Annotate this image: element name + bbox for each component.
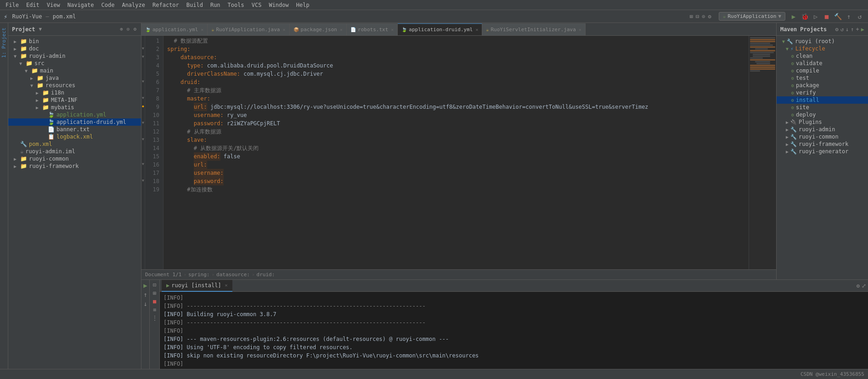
bottom-expand-icon[interactable]: ⤢ — [862, 283, 866, 289]
maven-ruoyi-generator[interactable]: ▶ 🔧 ruoyi-generator — [777, 148, 868, 155]
menu-tools[interactable]: Tools — [224, 1, 248, 9]
bottom-icon2-3[interactable]: ■ — [153, 298, 156, 305]
maven-download-icon[interactable]: ↓ — [845, 26, 849, 33]
tab-close-package[interactable]: ✕ — [340, 27, 343, 32]
project-sync-icon[interactable]: ⊕ — [119, 25, 124, 33]
toolbar-icon-4[interactable]: ⚙ — [708, 13, 711, 20]
run-log[interactable]: [INFO] [INFO] --------------------------… — [160, 292, 868, 369]
menu-analyze[interactable]: Analyze — [118, 1, 149, 9]
maven-upload-icon[interactable]: ↑ — [851, 26, 854, 33]
fold-18[interactable]: ▼ — [142, 178, 144, 183]
tab-package-json[interactable]: 📦 package.json ✕ — [290, 23, 347, 35]
run-config-selector[interactable]: ☕ RuoYiApplication ▼ — [719, 12, 785, 21]
toolbar-icon-1[interactable]: ⊞ — [690, 13, 693, 20]
project-settings-icon[interactable]: ⚙ — [132, 25, 137, 33]
tree-item-ruoyi-admin-iml[interactable]: ☕ ruoyi-admin.iml — [8, 148, 141, 155]
fold-13[interactable]: ▼ — [142, 137, 144, 141]
fold-2[interactable]: ▼ — [142, 46, 144, 50]
maven-compile[interactable]: ⚙ compile — [777, 67, 868, 74]
maven-refresh-icon[interactable]: ↺ — [840, 26, 844, 33]
maven-verify[interactable]: ⚙ verify — [777, 89, 868, 96]
maven-ruoyi-common[interactable]: ▶ 🔧 ruoyi-common — [777, 133, 868, 140]
menu-edit[interactable]: Edit — [23, 1, 43, 9]
tab-close-servlet[interactable]: ✕ — [579, 27, 581, 32]
tree-item-application-druid-yml[interactable]: 🍃 application-druid.yml — [8, 118, 141, 126]
tab-application-yml[interactable]: 🍃 application.yml ✕ — [141, 23, 208, 35]
run-tab-close[interactable]: ✕ — [225, 283, 228, 288]
run-tab-label[interactable]: ▶ ruoyi [install] ✕ — [162, 280, 232, 292]
maven-ruoyi-admin[interactable]: ▶ 🔧 ruoyi-admin — [777, 126, 868, 133]
tree-item-main[interactable]: ▼ 📁 main — [8, 67, 141, 74]
bottom-icon2-5[interactable]: ⋮ — [152, 315, 158, 321]
maven-clean[interactable]: ⚙ clean — [777, 52, 868, 60]
tree-item-pom-xml[interactable]: 🔧 pom.xml — [8, 140, 141, 148]
maven-package[interactable]: ⚙ package — [777, 82, 868, 89]
project-dropdown-icon[interactable]: ▼ — [39, 26, 42, 32]
menu-help[interactable]: Help — [293, 1, 313, 9]
maven-plugins[interactable]: ▶ 🔌 Plugins — [777, 118, 868, 126]
tree-item-src[interactable]: ▼ 📁 src — [8, 60, 141, 67]
maven-deploy[interactable]: ⚙ deploy — [777, 111, 868, 118]
maven-run-icon[interactable]: ▶ — [861, 26, 864, 33]
tab-robots[interactable]: 📄 robots.txt ✕ — [347, 23, 398, 35]
code-content[interactable]: # 数据源配置 spring: datasource: type: com.al… — [163, 36, 749, 269]
bottom-icon2-2[interactable]: ⊞ — [153, 290, 156, 296]
fold-16[interactable]: ▼ — [142, 162, 144, 166]
menu-view[interactable]: View — [43, 1, 64, 9]
run-with-coverage[interactable]: ▷ — [811, 12, 820, 21]
menu-code[interactable]: Code — [98, 1, 118, 9]
tree-item-ruoyi-common[interactable]: ▶ 📁 ruoyi-common — [8, 155, 141, 162]
bottom-icon2-1[interactable]: ⊡ — [153, 282, 156, 288]
maven-ruoyi-framework[interactable]: ▶ 🔧 ruoyi-framework — [777, 140, 868, 148]
tree-item-mybatis[interactable]: ▶ 📁 mybatis — [8, 104, 141, 111]
build-button[interactable]: 🔨 — [833, 12, 842, 21]
maven-test[interactable]: ⚙ test — [777, 74, 868, 82]
maven-install[interactable]: ⚙ install — [777, 96, 868, 104]
tab-servlet-java[interactable]: ☕ RuoYiServletInitializer.java ✕ — [482, 23, 586, 35]
bottom-settings-icon[interactable]: ⚙ — [857, 283, 860, 289]
menu-refactor[interactable]: Refactor — [149, 1, 183, 9]
debug-button[interactable]: 🐞 — [800, 12, 809, 21]
maven-lifecycle[interactable]: ▼ ⚡ Lifecycle — [777, 45, 868, 52]
fold-3[interactable]: ▼ — [142, 55, 144, 59]
tree-item-logback[interactable]: 📋 logback.xml — [8, 133, 141, 140]
fold-6[interactable]: ▼ — [142, 79, 144, 84]
toolbar-icon-3[interactable]: ⊙ — [702, 13, 705, 20]
project-tab[interactable]: 1: Project — [0, 25, 8, 61]
tab-close-robots[interactable]: ✕ — [391, 27, 394, 32]
menu-run[interactable]: Run — [207, 1, 224, 9]
bottom-icon-3[interactable]: ↓ — [143, 300, 147, 307]
tree-item-doc[interactable]: ▶ 📁 doc — [8, 45, 141, 52]
menu-window[interactable]: Window — [265, 1, 292, 9]
bottom-icon-1[interactable]: ▶ — [143, 282, 147, 289]
project-collapse-icon[interactable]: ⊙ — [126, 25, 131, 33]
menu-navigate[interactable]: Navigate — [64, 1, 98, 9]
maven-site[interactable]: ⚙ site — [777, 104, 868, 111]
fold-8[interactable]: ▼ — [142, 96, 144, 100]
update-button[interactable]: ↑ — [844, 12, 853, 21]
tree-item-ruoyi-framework[interactable]: ▶ 📁 ruoyi-framework — [8, 162, 141, 170]
tree-item-banner[interactable]: 📄 banner.txt — [8, 126, 141, 133]
toolbar-icon-2[interactable]: ⊟ — [696, 13, 699, 20]
reload-button[interactable]: ↺ — [855, 12, 864, 21]
tree-item-i18n[interactable]: ▶ 📁 i18n — [8, 89, 141, 96]
fold-11[interactable]: ▼ — [142, 121, 144, 125]
bottom-icon2-4[interactable]: ≡ — [153, 307, 156, 313]
tab-druid-yml[interactable]: 🍃 application-druid.yml ✕ — [398, 23, 482, 35]
menu-build[interactable]: Build — [183, 1, 207, 9]
maven-validate[interactable]: ⚙ validate — [777, 60, 868, 67]
menu-file[interactable]: File — [2, 1, 23, 9]
tree-item-ruoyi-admin[interactable]: ▼ 📁 ruoyi-admin — [8, 52, 141, 60]
tab-close-druid[interactable]: ✕ — [475, 27, 478, 32]
menu-vcs[interactable]: VCS — [248, 1, 265, 9]
maven-add-icon[interactable]: + — [856, 26, 859, 33]
tree-item-java[interactable]: ▶ 📁 java — [8, 74, 141, 82]
maven-settings-icon[interactable]: ⚙ — [835, 26, 839, 33]
stop-button[interactable]: ■ — [822, 12, 831, 21]
tree-item-bin[interactable]: ▶ 📁 bin — [8, 38, 141, 45]
bottom-icon-2[interactable]: ↑ — [143, 291, 147, 298]
tree-item-meta-inf[interactable]: ▶ 📁 META-INF — [8, 96, 141, 104]
tree-item-application-yml[interactable]: 🍃 application.yml — [8, 111, 141, 118]
tab-close-app-yml[interactable]: ✕ — [201, 27, 203, 32]
tree-item-resources[interactable]: ▼ 📁 resources — [8, 82, 141, 89]
